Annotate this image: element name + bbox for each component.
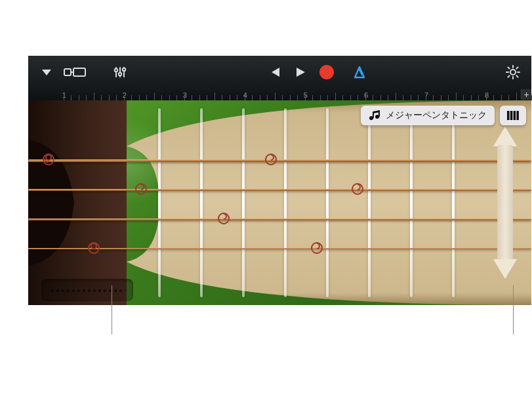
svg-line-18 (508, 75, 510, 77)
autoplay-toggle[interactable]: ●●●●●●●●●●●●●● (41, 279, 133, 301)
svg-point-40 (125, 289, 126, 289)
svg-line-16 (516, 75, 518, 77)
callout-line (112, 285, 112, 335)
go-to-beginning-button[interactable] (261, 59, 287, 85)
string-1[interactable] (28, 159, 531, 162)
ruler-bar-label: 3 (183, 91, 187, 99)
callout-line (513, 285, 514, 335)
pipa-headstock (28, 100, 127, 305)
svg-point-36 (49, 291, 49, 291)
transport-controls (261, 59, 373, 85)
control-bar (28, 56, 531, 89)
svg-point-8 (123, 68, 125, 71)
svg-point-39 (125, 290, 126, 291)
fret-marker (216, 211, 232, 226)
svg-rect-1 (73, 68, 85, 76)
pitch-bar[interactable] (493, 127, 517, 279)
svg-point-4 (115, 69, 117, 72)
svg-point-34 (49, 290, 49, 291)
add-section-button[interactable]: + (521, 89, 531, 100)
fret[interactable] (284, 108, 287, 297)
play-button[interactable] (287, 59, 314, 85)
ruler-bar-label: 7 (424, 91, 428, 99)
svg-point-43 (126, 290, 127, 291)
fret-marker (309, 240, 325, 256)
ruler-bar-label: 6 (364, 91, 368, 99)
fret[interactable] (158, 108, 161, 297)
ruler-bar-label: 1 (62, 91, 66, 99)
fret-marker (263, 152, 279, 167)
fret[interactable] (410, 108, 413, 297)
svg-point-10 (510, 70, 516, 75)
tuning-peg-marker (41, 152, 56, 167)
fret[interactable] (368, 108, 371, 297)
fret[interactable] (452, 108, 455, 297)
svg-point-42 (124, 290, 125, 291)
fret-marker (133, 181, 149, 197)
svg-point-35 (49, 289, 49, 289)
string-3[interactable] (28, 218, 531, 220)
tracks-view-button[interactable] (60, 59, 90, 85)
svg-rect-0 (64, 69, 71, 75)
notes-icon (369, 110, 380, 121)
timeline-ruler[interactable]: 1 2 3 4 5 6 7 8 (28, 89, 531, 100)
svg-point-6 (119, 73, 121, 75)
metronome-button[interactable] (346, 59, 373, 85)
fret-marker (350, 181, 365, 197)
string-4[interactable] (28, 248, 531, 249)
chord-strips-button[interactable] (500, 106, 526, 125)
svg-rect-31 (510, 111, 513, 120)
autoplay-dots: ●●●●●●●●●●●●●● (51, 287, 125, 294)
tuning-peg-marker (86, 240, 102, 256)
touch-instrument-area[interactable]: メジャーペンタトニック ●●●●●●●●●●●●●● (28, 100, 531, 305)
instrument-browser-button[interactable] (33, 59, 60, 85)
track-controls-button[interactable] (107, 59, 133, 85)
fret[interactable] (326, 108, 329, 297)
ruler-bar-label: 8 (485, 91, 489, 99)
record-icon (319, 65, 334, 79)
scale-label: メジャーペンタトニック (386, 110, 487, 121)
svg-point-37 (48, 290, 49, 291)
chord-strips-icon (506, 110, 520, 121)
svg-rect-30 (507, 111, 510, 120)
string-2[interactable] (28, 189, 531, 191)
svg-rect-33 (516, 111, 519, 120)
ruler-bar-label: 4 (243, 91, 247, 99)
fret[interactable] (242, 108, 245, 297)
ruler-bar-label: 2 (123, 91, 127, 99)
settings-button[interactable] (500, 59, 526, 85)
svg-rect-32 (514, 111, 516, 120)
record-button[interactable] (314, 59, 340, 85)
pipa-neck (107, 100, 531, 305)
svg-line-15 (508, 68, 510, 69)
svg-point-41 (125, 291, 126, 291)
ruler-bar-label: 5 (304, 91, 308, 99)
fret[interactable] (200, 108, 203, 297)
flower-icon (124, 284, 127, 296)
scale-selector[interactable]: メジャーペンタトニック (361, 106, 495, 125)
svg-line-17 (516, 68, 518, 69)
